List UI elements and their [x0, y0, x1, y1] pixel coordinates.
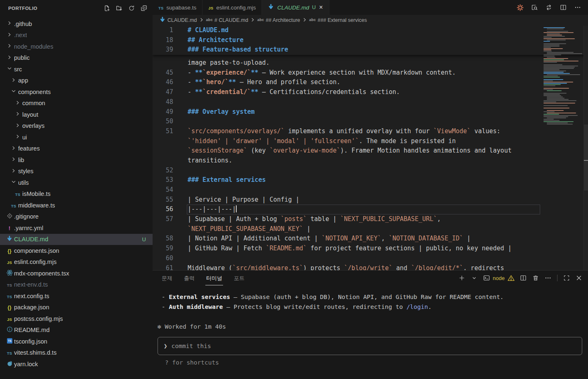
tree-item-node-modules[interactable]: node_modules: [0, 41, 153, 52]
tree-item-components[interactable]: components: [0, 86, 153, 98]
code-line[interactable]: 50: [153, 117, 588, 127]
tree-item-layout[interactable]: layout: [0, 109, 153, 120]
kill-terminal-icon[interactable]: [532, 274, 540, 282]
breadcrumb-item[interactable]: CLAUDE.md: [159, 16, 197, 24]
minimap[interactable]: [543, 27, 583, 258]
tree-item-yarn.lock[interactable]: yarn.lock: [0, 358, 153, 370]
open-changes-icon[interactable]: [544, 3, 553, 12]
tree-item-lib[interactable]: lib: [0, 154, 153, 166]
line-number: 58: [153, 234, 173, 244]
code-line[interactable]: 59| GitHub Raw | Fetch `README.md` for p…: [153, 244, 588, 254]
new-folder-icon[interactable]: [115, 4, 124, 13]
tab-supabase-ts[interactable]: TSsupabase.ts: [153, 0, 202, 15]
code-line[interactable]: 1# CLAUDE.md: [153, 26, 588, 35]
tab-eslint-config-mjs[interactable]: JSeslint.config.mjs: [202, 0, 262, 15]
code-line[interactable]: 54: [153, 185, 588, 195]
tree-item-eslint.config.mjs[interactable]: JSeslint.config.mjs: [0, 257, 153, 268]
terminal-instance-node[interactable]: node: [482, 274, 515, 282]
code-line[interactable]: 53### External services: [153, 175, 588, 185]
minimap-line: [543, 89, 553, 90]
tree-item-public[interactable]: public: [0, 52, 153, 64]
code-line[interactable]: 58| Notion API | Additional content | `N…: [153, 234, 588, 244]
close-tab-icon[interactable]: ×: [319, 4, 323, 11]
editor-scrollbar[interactable]: [583, 26, 588, 270]
terminal-line: ✻ Worked for 1m 40s: [158, 322, 582, 332]
tree-item-next.config.ts[interactable]: TSnext.config.ts: [0, 290, 153, 302]
code-line[interactable]: 61Middleware (`src/middleware.ts`) prote…: [153, 264, 588, 271]
tree-item-features[interactable]: features: [0, 143, 153, 155]
breadcrumb-item[interactable]: abc## Architecture: [257, 17, 300, 23]
file-tree: .github.nextnode_modulespublicsrcappcomp…: [0, 18, 153, 370]
tree-item-src[interactable]: src: [0, 64, 153, 75]
code-line-current[interactable]: 56|---|---|---|: [153, 205, 588, 214]
tree-item-readme.md[interactable]: README.md: [0, 325, 153, 336]
split-editor-icon[interactable]: [559, 3, 568, 12]
new-terminal-icon[interactable]: [458, 274, 466, 282]
code-line[interactable]: `NEXT_PUBLIC_SUPABASE_ANON_KEY` |: [153, 224, 588, 234]
more-actions-icon[interactable]: [573, 3, 582, 12]
code-line[interactable]: `'hidden' | 'drawer' | 'modal' | 'fullsc…: [153, 137, 588, 146]
tree-item-next-env.d.ts[interactable]: TSnext-env.d.ts: [0, 279, 153, 291]
open-preview-icon[interactable]: [530, 3, 539, 12]
code-line[interactable]: 57| Supabase | Auth + blog `posts` table…: [153, 214, 588, 224]
tree-item-ui[interactable]: ui: [0, 132, 153, 143]
minimap-line: [543, 114, 559, 115]
code-line[interactable]: 60: [153, 254, 588, 264]
tree-item-components.json[interactable]: {}components.json: [0, 245, 153, 257]
tree-item-package.json[interactable]: {}package.json: [0, 302, 153, 313]
tree-item-postcss.config.mjs[interactable]: JSpostcss.config.mjs: [0, 313, 153, 325]
tree-item-ismobile.ts[interactable]: TSisMobile.ts: [0, 188, 153, 200]
tree-item-mdx-components.tsx[interactable]: mdx-components.tsx: [0, 268, 153, 279]
tree-item-styles[interactable]: styles: [0, 166, 153, 177]
panel-tab-item[interactable]: 문제: [161, 271, 173, 285]
tree-item-tsconfig.json[interactable]: TStsconfig.json: [0, 336, 153, 347]
breadcrumb-item[interactable]: abc### External services: [309, 17, 367, 23]
code-line[interactable]: 52: [153, 166, 588, 176]
terminal-dropdown-icon[interactable]: [470, 274, 478, 282]
code-editor[interactable]: 1# CLAUDE.md18## Architecture39### Featu…: [153, 26, 588, 270]
tree-item-claude.md[interactable]: CLAUDE.mdU: [0, 234, 153, 245]
code-line[interactable]: 51`src/components/overlays/` implements …: [153, 127, 588, 137]
chev-right-icon: [15, 111, 21, 118]
panel-tab-item[interactable]: 포트: [233, 271, 245, 285]
tree-item-.yarnrc.yml[interactable]: !.yarnrc.yml: [0, 222, 153, 234]
tab-claude-md[interactable]: CLAUDE.mdU×: [262, 0, 329, 15]
tree-item-middleware.ts[interactable]: TSmiddleware.ts: [0, 200, 153, 211]
tree-item-vitest.shims.d.ts[interactable]: TSvitest.shims.d.ts: [0, 347, 153, 359]
terminal[interactable]: - External services — Supabase (auth + b…: [153, 285, 588, 366]
panel-tab-item[interactable]: 출력: [183, 271, 195, 285]
tree-item-.github[interactable]: .github: [0, 18, 153, 30]
tree-item-.gitignore[interactable]: .gitignore: [0, 211, 153, 223]
claude-input-box[interactable]: ❯ commit this: [158, 337, 582, 355]
split-terminal-icon[interactable]: [519, 274, 527, 282]
tree-item-.next[interactable]: .next: [0, 30, 153, 41]
code-line[interactable]: 48: [153, 97, 588, 107]
close-panel-icon[interactable]: [575, 274, 583, 282]
claude-file-icon: [6, 235, 13, 243]
code-line[interactable]: 47- **`credential/`** — Certifications/c…: [153, 87, 588, 97]
code-line[interactable]: 18## Architecture: [153, 35, 588, 45]
code-line[interactable]: 45- **`experience/`** — Work experience …: [153, 68, 588, 78]
tree-item-utils[interactable]: utils: [0, 177, 153, 188]
tree-item-overlays[interactable]: overlays: [0, 120, 153, 132]
tree-item-common[interactable]: common: [0, 98, 153, 109]
code-line[interactable]: image paste-to-upload.: [153, 58, 588, 68]
scrollbar-slider[interactable]: [584, 125, 588, 191]
code-line[interactable]: 46- **`hero/`** — Hero and profile secti…: [153, 78, 588, 87]
code-line[interactable]: 39### Feature-based structure: [153, 45, 588, 55]
breadcrumb-item[interactable]: abc# CLAUDE.md: [206, 17, 248, 23]
claude-code-icon[interactable]: [515, 3, 524, 12]
code-line[interactable]: `sessionStorage` (key `overlay-view-mode…: [153, 146, 588, 156]
code-line[interactable]: 55| Service | Purpose | Config |: [153, 195, 588, 205]
collapse-folders-icon[interactable]: [139, 4, 148, 13]
maximize-panel-icon[interactable]: [562, 274, 571, 282]
code-line[interactable]: 49### Overlay system: [153, 107, 588, 117]
folder-chevron: [9, 77, 18, 84]
tree-item-app[interactable]: app: [0, 75, 153, 87]
new-file-icon[interactable]: [102, 4, 111, 13]
panel-tab-terminal-active[interactable]: 터미널: [205, 271, 223, 285]
minimap-line: [543, 83, 567, 84]
refresh-explorer-icon[interactable]: [127, 4, 136, 13]
more-actions-icon[interactable]: [544, 274, 552, 282]
code-line[interactable]: transitions.: [153, 156, 588, 166]
